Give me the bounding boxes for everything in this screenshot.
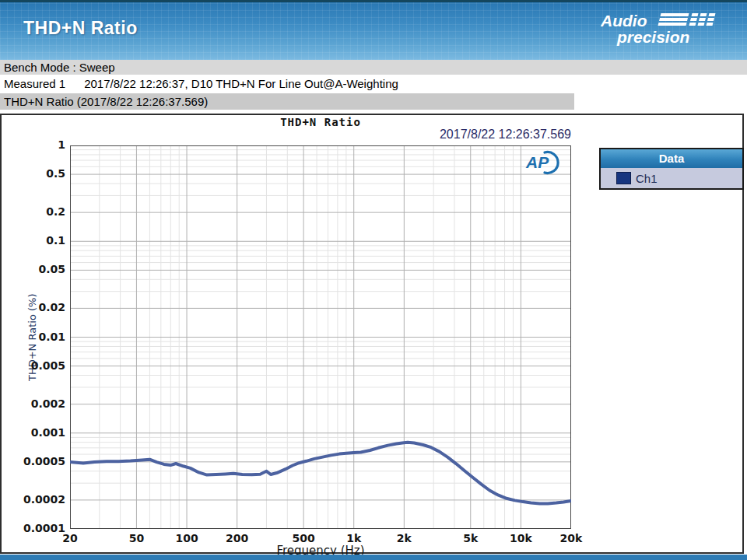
measured-row: Measured 1 2017/8/22 12:26:37, D10 THD+N…: [0, 75, 747, 93]
ap-logo-text: AP: [525, 153, 549, 171]
page-title: THD+N Ratio: [23, 18, 138, 39]
y-tick-label: 0.0002: [3, 493, 65, 506]
legend: Data Ch1: [599, 148, 744, 190]
y-tick-label: 0.01: [3, 331, 65, 343]
legend-label-ch1: Ch1: [636, 172, 658, 185]
chart-title: THD+N Ratio: [2, 116, 640, 128]
legend-header: Data: [601, 149, 742, 168]
bench-mode-bar: Bench Mode : Sweep: [0, 60, 747, 75]
legend-swatch-ch1: [616, 172, 631, 184]
report-page: THD+N Ratio Audio precision Bench Mode :…: [0, 0, 747, 560]
y-tick-label: 0.001: [3, 426, 65, 439]
brand-word-audio: Audio: [601, 12, 647, 30]
x-tick-label: 200: [226, 532, 248, 544]
series-curve-ch1: [70, 443, 571, 504]
bottom-accent-strip: [0, 555, 747, 560]
x-tick-label: 20k: [560, 532, 583, 544]
measured-label: Measured 1: [4, 75, 81, 93]
brand-word-precision: precision: [616, 28, 689, 46]
y-tick-label: 0.1: [3, 234, 65, 247]
y-tick-label: 0.02: [3, 301, 65, 313]
x-tick-label: 2k: [397, 532, 412, 544]
y-tick-label: 0.05: [3, 263, 65, 275]
y-tick-label: 1: [3, 138, 65, 151]
plot-area: [70, 145, 571, 529]
legend-item-ch1: Ch1: [601, 168, 742, 188]
chart-container: THD+N Ratio 2017/8/22 12:26:37.569 AP TH…: [0, 114, 744, 554]
x-tick-label: 100: [175, 532, 198, 544]
x-tick-label: 50: [129, 532, 144, 544]
x-tick-label: 5k: [463, 532, 478, 544]
section-title-text: THD+N Ratio (2017/8/22 12:26:37.569): [4, 95, 208, 108]
y-tick-label: 0.005: [3, 359, 65, 372]
chart-timestamp: 2017/8/22 12:26:37.569: [440, 128, 571, 142]
y-tick-label: 0.0001: [3, 522, 65, 534]
brand-bars: [658, 13, 716, 26]
audio-precision-logo: Audio precision: [601, 12, 725, 47]
y-tick-label: 0.5: [3, 167, 65, 180]
title-banner: THD+N Ratio Audio precision: [0, 0, 747, 60]
section-title-bar: THD+N Ratio (2017/8/22 12:26:37.569): [0, 93, 574, 110]
ap-logo-icon: AP: [521, 150, 563, 175]
x-tick-label: 500: [292, 532, 314, 544]
x-tick-label: 1k: [346, 532, 361, 544]
y-tick-label: 0.002: [3, 397, 65, 410]
y-tick-label: 0.0005: [3, 455, 65, 467]
bench-mode-text: Bench Mode : Sweep: [4, 61, 115, 74]
measured-value: 2017/8/22 12:26:37, D10 THD+N For Line O…: [84, 77, 398, 90]
x-tick-label: 10k: [510, 532, 532, 544]
y-tick-label: 0.2: [3, 205, 65, 218]
